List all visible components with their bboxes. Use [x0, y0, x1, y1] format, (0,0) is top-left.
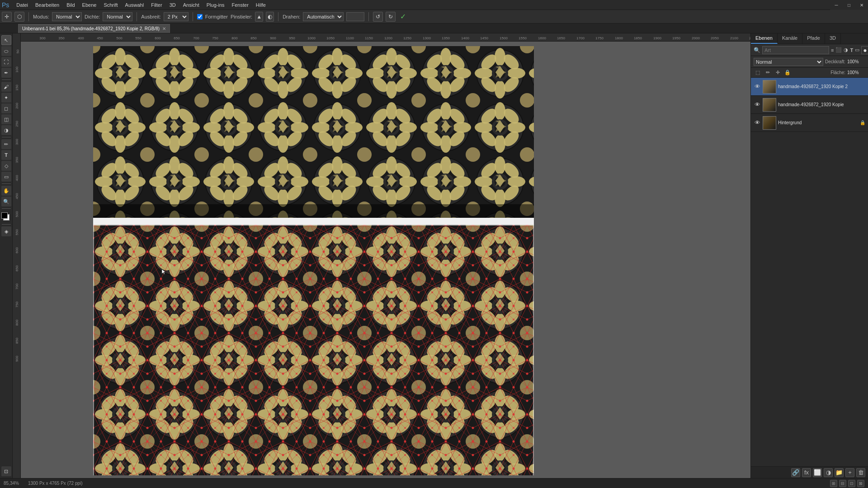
canvas-area[interactable]: // These marks are generated dynamically… — [13, 33, 750, 478]
pinstieler-icon-b[interactable]: ◐ — [266, 12, 274, 22]
selection-border-left — [93, 225, 94, 475]
tab-kanaele[interactable]: Kanäle — [778, 33, 802, 44]
selection-tool[interactable]: ↖ — [1, 35, 11, 45]
color-swatch[interactable] — [1, 212, 11, 222]
drahen-select[interactable]: Automatisch — [303, 12, 344, 21]
delete-layer-btn[interactable]: 🗑 — [856, 468, 865, 477]
hand-tool[interactable]: ✋ — [1, 186, 11, 196]
layer-item-1[interactable]: 👁 handmade-4926872_1920 Kopie — [751, 96, 868, 114]
layer-visibility-0[interactable]: 👁 — [754, 83, 761, 90]
tab-ebenen[interactable]: Ebenen — [751, 33, 778, 44]
right-panel: Ebenen Kanäle Pfade 3D 🔍 ≡ ⬛ ◑ T ▭ ● Nor… — [750, 33, 868, 478]
formgitter-checkbox[interactable] — [197, 14, 203, 19]
drahen-value-input[interactable] — [346, 12, 364, 21]
filter-type-icon[interactable]: ≡ — [831, 46, 834, 54]
tab-pfade[interactable]: Pfade — [802, 33, 825, 44]
add-adjustment-btn[interactable]: ◑ — [824, 468, 833, 477]
tool-separator-5 — [2, 224, 11, 225]
puppet-warp-icon[interactable]: ⬡ — [14, 12, 24, 22]
status-icon-3[interactable]: ⊡ — [848, 480, 855, 487]
menu-schrift[interactable]: Schrift — [100, 1, 121, 9]
filter-adjust-icon[interactable]: ◑ — [844, 46, 848, 54]
opacity-label: Deckkraft: — [825, 59, 845, 64]
gradient-tool[interactable]: ◫ — [1, 114, 11, 124]
dodge-tool[interactable]: ◑ — [1, 125, 11, 135]
dichte-select[interactable]: Normal — [103, 12, 132, 21]
lock-transparent-btn[interactable]: ⬚ — [754, 69, 762, 77]
status-icon-2[interactable]: ⊟ — [839, 480, 846, 487]
eyedropper-tool[interactable]: ✒ — [1, 68, 11, 78]
eraser-tool[interactable]: ◻ — [1, 103, 11, 113]
path-tool[interactable]: ◇ — [1, 161, 11, 171]
filter-shape-icon[interactable]: ▭ — [855, 46, 859, 54]
filter-text-icon[interactable]: T — [850, 46, 853, 54]
add-style-btn[interactable]: fx — [802, 468, 811, 477]
link-layers-btn[interactable]: 🔗 — [791, 468, 800, 477]
tool-separator-4 — [2, 208, 11, 209]
ruler-left: 50 100 150 200 250 300 350 400 450 500 5… — [13, 33, 21, 478]
pinstieler-icon-a[interactable]: ▲ — [255, 12, 263, 22]
lock-paint-btn[interactable]: ✏ — [764, 69, 772, 77]
close-button[interactable]: ✕ — [855, 0, 868, 10]
menu-bearbeiten[interactable]: Bearbeiten — [32, 1, 63, 9]
brush-tool[interactable]: 🖌 — [1, 82, 11, 92]
menu-datei[interactable]: Datei — [13, 1, 32, 9]
shape-tool[interactable]: ▭ — [1, 172, 11, 182]
add-layer-btn[interactable]: + — [845, 468, 854, 477]
toolbar-separator-3 — [193, 12, 193, 21]
menu-fenster[interactable]: Fenster — [228, 1, 252, 9]
lasso-tool[interactable]: ⬭ — [1, 46, 11, 56]
lock-position-btn[interactable]: ✛ — [774, 69, 782, 77]
canvas-content[interactable] — [21, 42, 750, 478]
ausbreit-select[interactable]: 2 Px — [164, 12, 189, 21]
toolbar: ✛ ⬡ Modus: Normal Dichte: Normal Ausbrei… — [0, 10, 868, 23]
add-mask-btn[interactable]: ⬜ — [813, 468, 822, 477]
add-group-btn[interactable]: 📁 — [835, 468, 844, 477]
menu-hilfe[interactable]: Hilfe — [252, 1, 269, 9]
undo-icon[interactable]: ↺ — [373, 12, 383, 22]
move-tool-icon[interactable]: ✛ — [2, 12, 12, 22]
status-icon-4[interactable]: ⊠ — [857, 480, 864, 487]
layer-visibility-2[interactable]: 👁 — [754, 119, 761, 127]
pen-tool[interactable]: ✏ — [1, 139, 11, 149]
layer-visibility-1[interactable]: 👁 — [754, 101, 761, 108]
layer-controls-row: Normal Deckkraft: 100% — [751, 56, 868, 68]
screen-mode-tool[interactable]: ⊡ — [1, 466, 11, 476]
layer-thumb-0 — [763, 80, 776, 94]
menu-plugins[interactable]: Plug-ins — [203, 1, 228, 9]
crop-tool[interactable]: ⛶ — [1, 57, 11, 67]
maximize-button[interactable]: □ — [843, 0, 855, 10]
menu-filter[interactable]: Filter — [147, 1, 165, 9]
filter-toggle[interactable]: ● — [861, 46, 868, 54]
tab-close-button[interactable]: ✕ — [162, 26, 166, 31]
toolbar-separator-2 — [137, 12, 137, 21]
menu-bild[interactable]: Bild — [63, 1, 78, 9]
quick-mask-tool[interactable]: ◈ — [1, 226, 11, 236]
modus-select[interactable]: Normal — [52, 12, 82, 21]
layer-mode-select[interactable]: Normal — [754, 58, 823, 66]
layer-item-2[interactable]: 👁 Hintergrund 🔒 — [751, 114, 868, 132]
layer-name-0: handmade-4926872_1920 Kopie 2 — [778, 84, 865, 89]
document-tab[interactable]: Unbenannt-1 bei 85,3% (handmade-4926872_… — [18, 24, 170, 33]
filter-pixels-icon[interactable]: ⬛ — [835, 46, 842, 54]
layer-lock-icon-2: 🔒 — [860, 120, 865, 125]
confirm-button[interactable]: ✓ — [398, 12, 408, 21]
layer-item-0[interactable]: 👁 handmade-4926872_1920 Kopie 2 — [751, 78, 868, 96]
lock-all-btn[interactable]: 🔒 — [783, 69, 792, 77]
selection-border-top — [93, 225, 534, 225]
clone-tool[interactable]: ✦ — [1, 93, 11, 103]
minimize-button[interactable]: ─ — [830, 0, 843, 10]
menu-ebene[interactable]: Ebene — [79, 1, 100, 9]
status-icon-1[interactable]: ⊞ — [830, 480, 837, 487]
foreground-color[interactable] — [1, 212, 8, 219]
menu-auswahl[interactable]: Auswahl — [122, 1, 148, 9]
redo-icon[interactable]: ↻ — [386, 12, 396, 22]
layers-search-input[interactable] — [762, 46, 829, 54]
layer-list: 👁 handmade-4926872_1920 Kopie 2 👁 handma… — [751, 78, 868, 466]
zoom-tool[interactable]: 🔍 — [1, 197, 11, 206]
menu-ansicht[interactable]: Ansicht — [179, 1, 203, 9]
menu-3d[interactable]: 3D — [166, 1, 179, 9]
tab-3d[interactable]: 3D — [825, 33, 841, 44]
app-icon[interactable]: Ps — [2, 1, 9, 9]
text-tool[interactable]: T — [1, 150, 11, 160]
